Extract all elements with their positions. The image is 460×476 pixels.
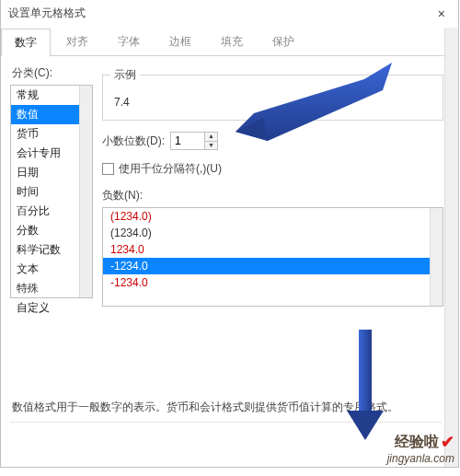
body: 分类(C): 常规 数值 货币 会计专用 日期 时间 百分比 分数 科学记数 文…: [1, 56, 458, 307]
category-item-custom[interactable]: 自定义: [11, 298, 79, 318]
negative-item-5[interactable]: -1234.0: [103, 274, 430, 291]
decimals-row: 小数位数(D): ▲ ▼: [102, 132, 443, 150]
category-item-scientific[interactable]: 科学记数: [11, 240, 79, 260]
negative-label: 负数(N):: [102, 188, 443, 203]
category-item-accounting[interactable]: 会计专用: [11, 144, 79, 163]
negative-scrollbar[interactable]: [430, 208, 443, 306]
thousands-row: 使用千位分隔符(,)(U): [102, 161, 443, 177]
category-panel: 分类(C): 常规 数值 货币 会计专用 日期 时间 百分比 分数 科学记数 文…: [10, 64, 93, 307]
tab-number[interactable]: 数字: [1, 29, 51, 56]
tab-alignment[interactable]: 对齐: [52, 28, 102, 55]
negative-item-2[interactable]: (1234.0): [103, 225, 430, 241]
example-legend: 示例: [110, 67, 140, 83]
tab-border[interactable]: 边框: [155, 28, 205, 55]
category-item-fraction[interactable]: 分数: [11, 221, 79, 240]
thousands-checkbox[interactable]: [102, 163, 114, 175]
category-scrollbar[interactable]: [79, 86, 92, 297]
negative-item-1[interactable]: (1234.0): [103, 208, 430, 225]
annotation-arrow-down-icon: [347, 330, 384, 440]
category-item-date[interactable]: 日期: [11, 163, 79, 182]
tab-protection[interactable]: 保护: [259, 28, 308, 55]
titlebar: 设置单元格格式 ×: [1, 0, 458, 28]
example-value: 7.4: [112, 94, 433, 112]
category-item-text[interactable]: 文本: [11, 260, 79, 279]
category-list-items: 常规 数值 货币 会计专用 日期 时间 百分比 分数 科学记数 文本 特殊 自定…: [11, 86, 79, 297]
tab-fill[interactable]: 填充: [207, 28, 257, 55]
category-label: 分类(C):: [12, 65, 93, 81]
spinner-buttons: ▲ ▼: [204, 133, 217, 149]
category-item-general[interactable]: 常规: [11, 86, 79, 105]
decimals-input[interactable]: [171, 133, 204, 149]
category-item-number[interactable]: 数值: [11, 105, 79, 124]
decimals-spinner[interactable]: ▲ ▼: [170, 132, 218, 150]
negative-item-4[interactable]: -1234.0: [103, 258, 430, 274]
details-panel: 示例 7.4 小数位数(D): ▲ ▼ 使用千位分隔符(,)(U) 负数(N):: [102, 64, 449, 307]
description-text: 数值格式用于一般数字的表示。货币和会计格式则提供货币值计算的专用格式。: [12, 400, 447, 415]
tab-font[interactable]: 字体: [104, 28, 154, 55]
negative-items: (1234.0) (1234.0) 1234.0 -1234.0 -1234.0: [103, 208, 430, 306]
format-cells-dialog: 设置单元格格式 × 数字 对齐 字体 边框 填充 保护 分类(C): 常规 数值…: [0, 0, 459, 468]
spinner-up-icon[interactable]: ▲: [205, 133, 217, 142]
category-item-currency[interactable]: 货币: [11, 124, 79, 144]
separator: [10, 422, 442, 423]
spinner-down-icon[interactable]: ▼: [205, 142, 217, 150]
category-listbox[interactable]: 常规 数值 货币 会计专用 日期 时间 百分比 分数 科学记数 文本 特殊 自定…: [10, 85, 93, 298]
negative-listbox[interactable]: (1234.0) (1234.0) 1234.0 -1234.0 -1234.0: [102, 207, 443, 307]
close-icon[interactable]: ×: [432, 6, 451, 21]
category-item-time[interactable]: 时间: [11, 182, 79, 202]
dialog-title: 设置单元格格式: [8, 6, 86, 21]
negative-item-3[interactable]: 1234.0: [103, 241, 430, 258]
example-box: 示例 7.4: [102, 75, 443, 121]
thousands-label: 使用千位分隔符(,)(U): [119, 161, 222, 177]
watermark-text: 经验啦: [395, 433, 439, 452]
decimals-label: 小数位数(D):: [102, 134, 165, 149]
tabs: 数字 对齐 字体 边框 填充 保护: [1, 28, 458, 56]
category-item-percentage[interactable]: 百分比: [11, 202, 79, 221]
category-item-special[interactable]: 特殊: [11, 279, 79, 298]
dialog-scrollbar[interactable]: [444, 28, 458, 467]
